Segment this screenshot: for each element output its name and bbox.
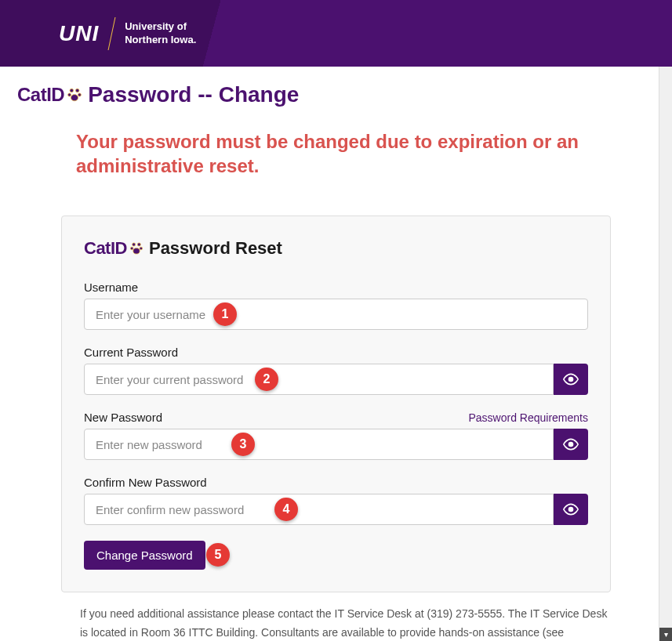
svg-point-12 (569, 508, 573, 512)
password-requirements-link[interactable]: Password Requirements (468, 411, 588, 424)
toggle-new-password-visibility-button[interactable] (554, 429, 588, 460)
username-input[interactable] (84, 299, 588, 330)
confirm-password-label: Confirm New Password (84, 476, 207, 489)
current-password-label: Current Password (84, 346, 178, 359)
svg-point-5 (133, 243, 136, 246)
page-title: Password -- Change (88, 82, 299, 107)
svg-point-2 (68, 93, 71, 96)
header-divider (108, 17, 116, 50)
catid-logo-text: CatID (17, 84, 64, 106)
svg-point-8 (140, 248, 143, 251)
uni-logo-text: UNI (59, 21, 99, 46)
site-header: UNI University of Northern Iowa. (0, 0, 672, 67)
toggle-confirm-password-visibility-button[interactable] (554, 494, 588, 525)
svg-point-11 (569, 443, 573, 447)
footer-help-text: If you need additional assistance please… (17, 592, 655, 641)
svg-point-9 (133, 248, 140, 255)
change-password-button[interactable]: Change Password (84, 541, 205, 570)
university-name: University of Northern Iowa. (125, 20, 196, 47)
paw-icon (66, 86, 83, 103)
eye-icon (563, 371, 579, 387)
vertical-scrollbar[interactable]: ▴ ▾ (659, 0, 672, 641)
current-password-input[interactable] (84, 364, 554, 395)
svg-point-4 (71, 95, 78, 101)
catid-logo-text: CatID (84, 238, 127, 259)
new-password-label: New Password (84, 411, 162, 424)
new-password-input[interactable] (84, 429, 554, 460)
scrollbar-down-icon[interactable]: ▾ (659, 628, 672, 641)
svg-point-7 (130, 248, 133, 251)
username-label: Username (84, 281, 138, 294)
confirm-password-input[interactable] (84, 494, 554, 525)
card-title: Password Reset (149, 238, 282, 259)
svg-point-6 (137, 243, 140, 246)
svg-point-10 (569, 378, 573, 382)
alert-message: Your password must be changed due to exp… (17, 129, 655, 178)
page-title-row: CatID Password -- Change (17, 82, 655, 107)
annotation-5: 5 (206, 543, 230, 567)
svg-point-0 (70, 89, 74, 92)
paw-icon (129, 241, 144, 256)
password-reset-card: CatID Password Reset Username (61, 215, 611, 592)
svg-point-3 (78, 93, 82, 96)
toggle-current-password-visibility-button[interactable] (554, 364, 588, 395)
eye-icon (563, 502, 579, 517)
eye-icon (563, 436, 579, 452)
svg-point-1 (76, 89, 80, 92)
